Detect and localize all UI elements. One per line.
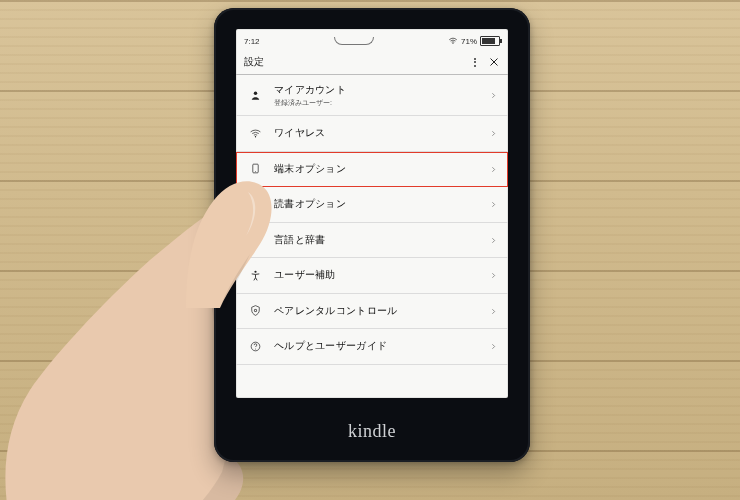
device-brand-logo: kindle: [214, 421, 530, 442]
wood-surface: 7:12 71% 設定: [0, 0, 740, 500]
chevron-right-icon: [489, 124, 498, 142]
settings-list: マイアカウント 登録済みユーザー: ワイヤレス 端末オ: [236, 75, 508, 365]
wifi-status-icon: [448, 36, 458, 46]
settings-row-help[interactable]: ヘルプとユーザーガイド: [236, 329, 508, 365]
status-bar: 7:12 71%: [236, 29, 508, 50]
settings-row-language-dict[interactable]: 言語と辞書: [236, 223, 508, 259]
row-subtitle: 登録済みユーザー:: [274, 98, 489, 108]
user-icon: [246, 89, 264, 102]
chevron-right-icon: [489, 86, 498, 104]
settings-row-parental[interactable]: ペアレンタルコントロール: [236, 294, 508, 330]
battery-icon: [480, 36, 500, 46]
chevron-right-icon: [489, 266, 498, 284]
battery-percent: 71%: [461, 37, 477, 46]
svg-point-2: [254, 136, 255, 137]
row-label: 読書オプション: [274, 197, 489, 211]
more-menu-button[interactable]: [472, 56, 478, 69]
row-label: マイアカウント: [274, 83, 489, 97]
row-label: ユーザー補助: [274, 268, 489, 282]
clock: 7:12: [244, 37, 260, 46]
settings-header: 設定: [236, 50, 508, 75]
wifi-icon: [246, 127, 264, 140]
settings-row-accessibility[interactable]: ユーザー補助: [236, 258, 508, 294]
chevron-right-icon: [489, 195, 498, 213]
svg-point-1: [253, 91, 256, 94]
chevron-right-icon: [489, 337, 498, 355]
row-label: ペアレンタルコントロール: [274, 304, 489, 318]
svg-rect-7: [254, 310, 256, 312]
svg-point-9: [255, 348, 256, 349]
settings-row-device-options[interactable]: 端末オプション: [236, 152, 508, 188]
thumb: [186, 178, 276, 308]
settings-row-my-account[interactable]: マイアカウント 登録済みユーザー:: [236, 75, 508, 116]
svg-point-4: [255, 171, 256, 172]
chevron-right-icon: [489, 160, 498, 178]
pull-handle[interactable]: [334, 37, 374, 45]
row-label: ワイヤレス: [274, 126, 489, 140]
settings-row-wireless[interactable]: ワイヤレス: [236, 116, 508, 152]
svg-point-0: [452, 43, 453, 44]
settings-row-reading-options[interactable]: 読書オプション: [236, 187, 508, 223]
chevron-right-icon: [489, 302, 498, 320]
row-label: 言語と辞書: [274, 233, 489, 247]
kindle-screen: 7:12 71% 設定: [236, 29, 508, 398]
row-label: ヘルプとユーザーガイド: [274, 339, 489, 353]
row-label: 端末オプション: [274, 162, 489, 176]
help-icon: [246, 340, 264, 353]
page-title: 設定: [244, 55, 264, 69]
close-button[interactable]: [488, 56, 500, 68]
tablet-icon: [246, 162, 264, 175]
chevron-right-icon: [489, 231, 498, 249]
